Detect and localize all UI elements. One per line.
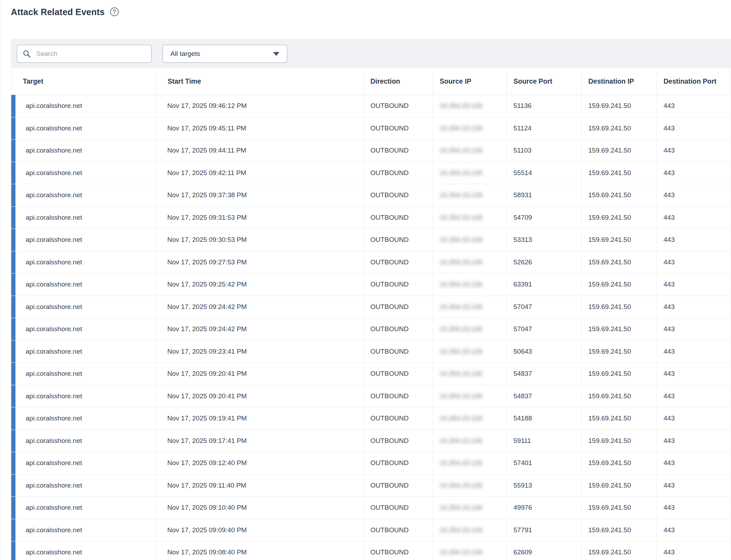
cell-start-time: Nov 17, 2025 09:09:40 PM [156,519,364,542]
cell-start-time: Nov 17, 2025 09:37:38 PM [156,184,364,207]
cell-start-time: Nov 17, 2025 09:42:11 PM [156,162,364,185]
cell-source-port: 54837 [507,363,582,385]
search-input[interactable] [35,50,146,58]
cell-destination-ip: 159.69.241.50 [582,95,657,117]
redacted-source-ip: 10.254.23.126 [440,102,483,110]
cell-destination-port: 443 [657,407,730,430]
cell-direction: OUTBOUND [364,229,433,251]
cell-start-time: Nov 17, 2025 09:27:53 PM [156,251,364,274]
cell-direction: OUTBOUND [364,95,433,117]
cell-direction: OUTBOUND [364,251,433,274]
cell-source-ip: 10.254.23.126 [433,318,507,341]
table-row[interactable]: api.coralsshore.net Nov 17, 2025 09:30:5… [11,229,731,251]
cell-destination-port: 443 [657,541,730,560]
cell-destination-port: 443 [657,251,730,274]
table-row[interactable]: api.coralsshore.net Nov 17, 2025 09:17:4… [11,430,731,452]
table-row[interactable]: api.coralsshore.net Nov 17, 2025 09:37:3… [11,184,731,207]
table-row[interactable]: api.coralsshore.net Nov 17, 2025 09:19:4… [11,407,731,430]
column-header-destination-ip: Destination IP [582,68,657,95]
table-row[interactable]: api.coralsshore.net Nov 17, 2025 09:23:4… [11,341,731,363]
section-header: Attack Related Events ? [11,0,731,39]
table-row[interactable]: api.coralsshore.net Nov 17, 2025 09:31:5… [11,207,731,229]
redacted-source-ip: 10.254.23.126 [440,124,483,132]
cell-source-ip: 10.254.23.126 [433,95,507,117]
table-row[interactable]: api.coralsshore.net Nov 17, 2025 09:44:1… [11,140,731,162]
table-row[interactable]: api.coralsshore.net Nov 17, 2025 09:24:4… [11,296,731,318]
cell-destination-port: 443 [657,162,730,185]
chevron-down-icon [273,52,279,56]
cell-direction: OUTBOUND [364,117,433,140]
cell-source-port: 59111 [507,430,582,452]
cell-direction: OUTBOUND [364,497,433,519]
table-body: api.coralsshore.net Nov 17, 2025 09:46:1… [11,95,731,560]
cell-source-port: 57791 [507,519,582,542]
cell-source-ip: 10.254.23.126 [433,519,507,542]
table-row[interactable]: api.coralsshore.net Nov 17, 2025 09:42:1… [11,162,731,185]
table-row[interactable]: api.coralsshore.net Nov 17, 2025 09:27:5… [11,251,731,274]
table-row[interactable]: api.coralsshore.net Nov 17, 2025 09:08:4… [11,541,731,560]
cell-direction: OUTBOUND [364,430,433,452]
cell-source-port: 51103 [507,140,582,162]
cell-start-time: Nov 17, 2025 09:17:41 PM [156,430,364,452]
redacted-source-ip: 10.254.23.126 [440,236,483,244]
cell-source-port: 54837 [507,385,582,408]
cell-source-port: 62609 [507,541,582,560]
cell-start-time: Nov 17, 2025 09:31:53 PM [156,207,364,229]
cell-start-time: Nov 17, 2025 09:30:53 PM [156,229,364,251]
cell-destination-ip: 159.69.241.50 [582,318,657,341]
cell-direction: OUTBOUND [364,519,433,542]
column-header-source-ip: Source IP [433,68,507,95]
table-row[interactable]: api.coralsshore.net Nov 17, 2025 09:09:4… [11,519,731,542]
help-icon[interactable]: ? [110,7,119,16]
cell-source-ip: 10.254.23.126 [433,273,507,296]
cell-destination-ip: 159.69.241.50 [582,497,657,519]
cell-target: api.coralsshore.net [11,541,156,560]
cell-target: api.coralsshore.net [11,475,156,497]
table-row[interactable]: api.coralsshore.net Nov 17, 2025 09:11:4… [11,475,731,497]
column-header-target: Target [11,68,156,95]
column-header-start-time: Start Time [156,68,364,95]
table-row[interactable]: api.coralsshore.net Nov 17, 2025 09:45:1… [11,117,731,140]
cell-direction: OUTBOUND [364,207,433,229]
cell-source-port: 57047 [507,318,582,341]
target-filter-dropdown[interactable]: All targets [162,45,287,63]
cell-source-ip: 10.254.23.126 [433,140,507,162]
cell-source-port: 54709 [507,207,582,229]
search-box[interactable] [17,45,152,63]
cell-destination-ip: 159.69.241.50 [582,117,657,140]
table-row[interactable]: api.coralsshore.net Nov 17, 2025 09:20:4… [11,385,731,408]
redacted-source-ip: 10.254.23.126 [440,214,483,221]
column-header-destination-port: Destination Port [657,68,730,95]
cell-source-port: 57401 [507,452,582,475]
cell-destination-ip: 159.69.241.50 [582,475,657,497]
cell-target: api.coralsshore.net [11,140,156,162]
table-toolbar: All targets [11,39,731,68]
cell-start-time: Nov 17, 2025 09:20:41 PM [156,385,364,408]
cell-target: api.coralsshore.net [11,363,156,385]
cell-destination-port: 443 [657,95,730,117]
cell-source-port: 51124 [507,117,582,140]
cell-target: api.coralsshore.net [11,407,156,430]
table-row[interactable]: api.coralsshore.net Nov 17, 2025 09:24:4… [11,318,731,341]
cell-destination-ip: 159.69.241.50 [582,140,657,162]
cell-target: api.coralsshore.net [11,251,156,274]
cell-destination-ip: 159.69.241.50 [582,385,657,408]
redacted-source-ip: 10.254.23.126 [440,459,483,467]
cell-source-ip: 10.254.23.126 [433,184,507,207]
table-row[interactable]: api.coralsshore.net Nov 17, 2025 09:25:4… [11,273,731,296]
cell-source-port: 63391 [507,273,582,296]
cell-source-port: 50643 [507,341,582,363]
table-row[interactable]: api.coralsshore.net Nov 17, 2025 09:10:4… [11,497,731,519]
cell-start-time: Nov 17, 2025 09:23:41 PM [156,341,364,363]
table-row[interactable]: api.coralsshore.net Nov 17, 2025 09:12:4… [11,452,731,475]
cell-target: api.coralsshore.net [11,430,156,452]
cell-start-time: Nov 17, 2025 09:44:11 PM [156,140,364,162]
cell-destination-port: 443 [657,296,730,318]
table-row[interactable]: api.coralsshore.net Nov 17, 2025 09:46:1… [11,95,731,117]
cell-start-time: Nov 17, 2025 09:24:42 PM [156,296,364,318]
target-filter-value: All targets [170,50,200,58]
cell-destination-ip: 159.69.241.50 [582,407,657,430]
help-glyph: ? [112,9,116,15]
search-icon [22,50,31,58]
table-row[interactable]: api.coralsshore.net Nov 17, 2025 09:20:4… [11,363,731,385]
